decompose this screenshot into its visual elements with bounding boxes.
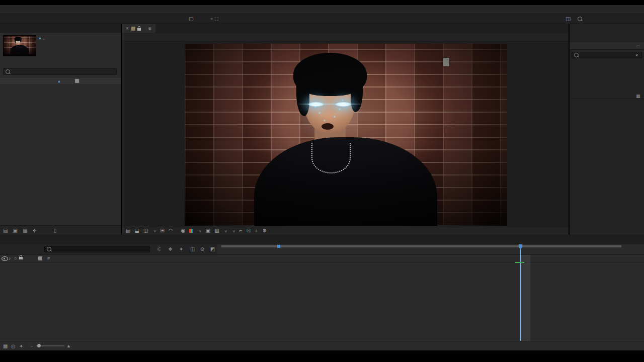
footage-thumbnail — [3, 35, 36, 56]
snapshot-icon[interactable]: ▤ — [126, 228, 130, 233]
motion-blur-icon[interactable]: ⊘ — [200, 246, 204, 252]
timeline-footer: ▩ ◎ ✦ − ▲ — [0, 341, 644, 350]
eye-column-icon — [2, 256, 8, 261]
zoom-out-icon[interactable]: − — [30, 343, 33, 348]
audio-column-icon: ♪ — [9, 256, 11, 261]
project-column-headers[interactable]: ▲ — [0, 78, 121, 84]
pixel-aspect-icon[interactable]: ⌐ — [239, 228, 243, 233]
effects-search-field[interactable]: × — [572, 52, 642, 58]
view-layout-select[interactable]: ∨ — [231, 228, 235, 233]
playhead-highlight — [520, 255, 530, 341]
mask-visibility-icon[interactable]: ◠ — [169, 228, 173, 233]
timeline-button-icon[interactable]: ♁ — [255, 228, 259, 233]
render-cache-indicator — [515, 262, 524, 263]
video-frame — [185, 44, 507, 226]
region-of-interest-icon[interactable]: ▣ — [205, 228, 210, 233]
view-options-icon[interactable]: ⌖ ⛶ — [210, 16, 218, 22]
expand-inout-icon[interactable]: ✦ — [19, 343, 23, 349]
solo-column-icon: ○ — [14, 256, 17, 261]
frame-blending-icon[interactable]: ◫ — [190, 246, 195, 252]
show-snapshot-icon[interactable]: ⬓ — [134, 228, 139, 233]
footage-info: ▼， — [38, 35, 46, 42]
timeline-panel: ⚟ ❖ ✦ ◫ ⊘ ◩ ♪ ○ # ▩ ◎ ✦ − ▲ — [0, 235, 644, 350]
project-search-field[interactable] — [3, 68, 117, 75]
right-panel-stack: ≡ × ▦ — [570, 24, 644, 235]
label-column-icon — [38, 256, 42, 260]
toolbar: ▢ ⌖ ⛶ ◫ — [0, 14, 644, 24]
panel-menu-icon[interactable]: ≡ — [637, 43, 640, 49]
timeline-tabs — [0, 235, 644, 244]
clear-search-icon[interactable]: × — [635, 53, 638, 58]
work-area-start-handle[interactable] — [277, 245, 280, 248]
grid-guides-icon[interactable]: ⊞ — [160, 228, 164, 233]
lock-column-icon — [19, 257, 23, 259]
timeline-search-field[interactable] — [44, 246, 150, 252]
project-footer: ▤ ▣ ▦ ✛ ▯ — [0, 225, 121, 235]
snapshot-camera-icon[interactable]: ◉ — [181, 228, 186, 233]
timeline-controls: ⚟ ❖ ✦ ◫ ⊘ ◩ — [0, 244, 217, 255]
effects-search-input[interactable] — [581, 52, 635, 58]
new-animation-icon[interactable]: ▦ — [636, 94, 640, 99]
interpret-footage-icon[interactable]: ▤ — [3, 228, 8, 233]
menu-bar — [0, 5, 644, 14]
trash-icon[interactable]: ▯ — [54, 228, 57, 233]
work-area-bar[interactable] — [221, 245, 621, 247]
search-icon — [574, 53, 579, 57]
align-toggle[interactable]: ▢ — [189, 16, 194, 22]
help-search[interactable] — [578, 16, 638, 22]
help-search-input[interactable] — [586, 16, 638, 22]
search-icon — [578, 17, 582, 21]
camera-select[interactable]: ∨ — [223, 228, 227, 233]
project-item-list — [0, 84, 121, 226]
project-panel: ▼， ▲ ▤ ▣ ▦ ✛ ▯ — [0, 24, 121, 235]
zoom-in-icon[interactable]: ▲ — [66, 343, 71, 348]
lock-icon — [137, 28, 141, 31]
close-icon[interactable]: × — [126, 26, 129, 31]
channel-swatch[interactable] — [189, 229, 193, 233]
panel-menu-icon[interactable]: ≡ — [148, 26, 151, 31]
zoom-slider-knob[interactable] — [37, 344, 41, 347]
project-flowchart-icon[interactable]: ✛ — [32, 228, 36, 233]
draft-3d-icon[interactable]: ❖ — [168, 246, 173, 252]
graph-editor-icon[interactable]: ◩ — [210, 246, 215, 252]
resolution-select[interactable]: ∨ — [197, 228, 201, 233]
new-composition-icon[interactable]: ▦ — [23, 228, 27, 233]
effects-presets-header[interactable]: ≡ — [570, 42, 644, 50]
search-icon — [6, 69, 10, 74]
expand-layer-switches-icon[interactable]: ▩ — [3, 343, 8, 349]
composition-controls: ▤ ⬓ ◫ ∨ ⊞ ◠ ◉ ∨ ▣ ▨ ∨ ∨ ⌐ ⊡ ♁ ⚙ — [122, 226, 569, 235]
composition-panel: × ≡ ▤ ⬓ ◫ ∨ ⊞ ◠ ◉ ∨ ▣ ▨ ∨ — [122, 24, 569, 235]
shy-layers-icon[interactable]: ✦ — [179, 246, 183, 252]
channels-icon[interactable]: ◫ — [143, 228, 148, 233]
composition-tab[interactable]: × ≡ — [122, 24, 155, 33]
composition-mini-flowchart-icon[interactable]: ⚟ — [157, 246, 162, 252]
flowchart-icon[interactable]: ⚙ — [262, 228, 267, 233]
transparency-grid-icon[interactable]: ▨ — [214, 228, 219, 233]
new-folder-icon[interactable]: ▣ — [13, 228, 17, 233]
fast-previews-icon[interactable]: ⊡ — [246, 228, 250, 233]
timeline-zoom-slider[interactable] — [36, 345, 64, 346]
composition-viewport[interactable] — [122, 41, 569, 226]
expand-transfer-controls-icon[interactable]: ◎ — [11, 343, 16, 349]
timeline-header-row: ♪ ○ # — [0, 255, 644, 262]
workspace-icon[interactable]: ◫ — [566, 16, 571, 22]
magnification-select[interactable]: ∨ — [152, 228, 156, 233]
composition-tab-bar: × ≡ — [122, 24, 569, 33]
composition-breadcrumbs — [122, 33, 569, 41]
project-tabs — [0, 24, 121, 33]
search-icon — [47, 247, 51, 251]
timeline-ruler[interactable] — [217, 244, 644, 255]
